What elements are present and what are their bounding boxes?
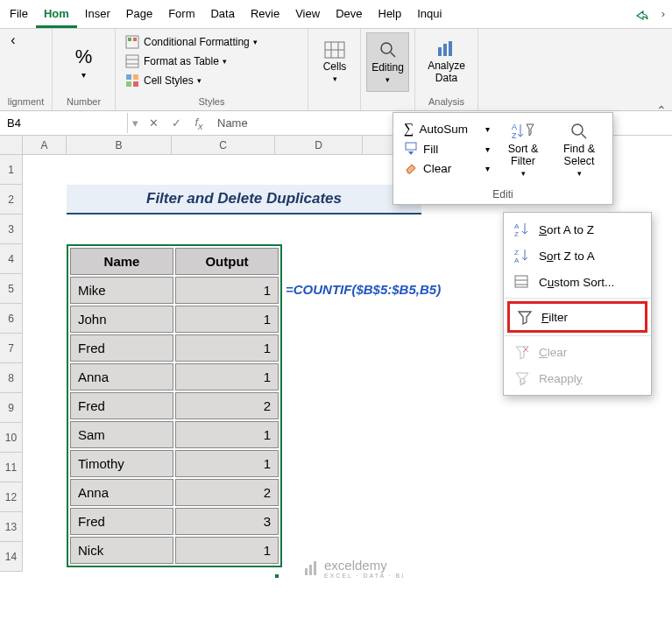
selection-handle[interactable] xyxy=(273,573,280,580)
tab-data[interactable]: Data xyxy=(202,4,242,28)
svg-text:Z: Z xyxy=(514,249,519,257)
name-box[interactable]: B4 xyxy=(0,113,128,133)
svg-rect-18 xyxy=(449,41,452,56)
table-row[interactable]: Fred3 xyxy=(70,508,279,535)
svg-rect-17 xyxy=(443,44,447,56)
menu-separator-2 xyxy=(504,335,651,336)
sort-za-label: Sort Z to A xyxy=(539,250,595,263)
number-format-button[interactable]: %▾ xyxy=(58,32,110,92)
svg-rect-3 xyxy=(126,55,138,67)
row-header-7[interactable]: 7 xyxy=(0,334,23,363)
tab-developer[interactable]: Deve xyxy=(328,4,370,28)
tab-page[interactable]: Page xyxy=(118,4,160,28)
ribbon-collapse-button[interactable]: ⌃ xyxy=(656,103,667,117)
row-header-2[interactable]: 2 xyxy=(0,185,23,215)
analyze-icon xyxy=(436,40,457,58)
col-header-A[interactable]: A xyxy=(23,136,67,155)
table-row[interactable]: Anna1 xyxy=(70,363,279,390)
row-header-14[interactable]: 14 xyxy=(0,542,23,572)
svg-rect-2 xyxy=(133,38,137,41)
table-row[interactable]: Timothy1 xyxy=(70,450,279,477)
custom-sort-label: Custom Sort... xyxy=(539,276,614,289)
group-label-styles: Styles xyxy=(121,96,302,109)
tab-home[interactable]: Hom xyxy=(36,4,77,28)
row-header-4[interactable]: 4 xyxy=(0,244,23,274)
table-row[interactable]: Fred1 xyxy=(70,334,279,362)
tab-file[interactable]: File xyxy=(2,4,36,28)
table-row[interactable]: Mike1 xyxy=(70,277,279,304)
find-select-button[interactable]: Find & Select▾ xyxy=(553,118,605,181)
name-box-dropdown[interactable]: ▾ xyxy=(128,116,142,130)
table-row[interactable]: Nick1 xyxy=(70,537,279,564)
svg-rect-21 xyxy=(314,561,316,575)
conditional-formatting-button[interactable]: Conditional Formatting▾ xyxy=(121,32,302,52)
analyze-data-button[interactable]: Analyze Data xyxy=(421,32,472,92)
table-row[interactable]: John1 xyxy=(70,306,279,333)
fx-button[interactable]: fx xyxy=(187,116,210,131)
sort-az-label: Sort A to Z xyxy=(539,223,594,236)
row-header-13[interactable]: 13 xyxy=(0,512,23,542)
sheet-title: Filter and Delete Duplicates xyxy=(67,185,421,215)
tab-review[interactable]: Revie xyxy=(243,4,287,28)
row-header-6[interactable]: 6 xyxy=(0,304,23,334)
row-header-12[interactable]: 12 xyxy=(0,482,23,512)
tab-view[interactable]: View xyxy=(287,4,328,28)
clear-filter-label: Clear xyxy=(539,346,567,359)
svg-text:Z: Z xyxy=(512,131,517,140)
formula-ghost: =COUNTIF($B$5:$B5,B5) xyxy=(286,282,441,297)
col-header-D[interactable]: D xyxy=(275,136,363,155)
share-button[interactable] xyxy=(628,4,656,28)
col-header-C[interactable]: C xyxy=(172,136,275,155)
tab-formulas[interactable]: Form xyxy=(160,4,202,28)
custom-sort-item[interactable]: Custom Sort... xyxy=(504,269,651,295)
table-row[interactable]: Sam1 xyxy=(70,421,279,448)
header-output[interactable]: Output xyxy=(175,248,279,275)
table-row[interactable]: Anna2 xyxy=(70,479,279,506)
table-row[interactable]: Fred2 xyxy=(70,392,279,419)
ribbon-overflow-button[interactable]: › xyxy=(656,4,670,28)
reapply-icon xyxy=(514,370,530,386)
svg-rect-6 xyxy=(126,74,131,80)
tab-insert[interactable]: Inser xyxy=(77,4,118,28)
row-header-9[interactable]: 9 xyxy=(0,393,23,423)
cancel-formula-button[interactable]: ✕ xyxy=(142,116,165,130)
svg-text:A: A xyxy=(514,222,520,230)
clear-button[interactable]: Clear ▾ xyxy=(400,158,493,178)
tab-inquire[interactable]: Inqui xyxy=(409,4,449,28)
custom-sort-icon xyxy=(514,274,530,290)
group-label-alignment: lignment xyxy=(5,96,46,109)
row-header-11[interactable]: 11 xyxy=(0,453,23,482)
sort-filter-button[interactable]: AZ Sort & Filter▾ xyxy=(497,118,549,181)
tab-help[interactable]: Help xyxy=(371,4,410,28)
cells-icon xyxy=(324,41,345,59)
cells-button[interactable]: Cells▾ xyxy=(314,32,356,92)
col-header-B[interactable]: B xyxy=(67,136,172,155)
svg-line-15 xyxy=(391,53,395,57)
group-analysis: Analyze Data Analysis xyxy=(415,29,478,110)
sort-za-item[interactable]: ZA Sort Z to A xyxy=(504,243,651,269)
share-icon xyxy=(635,9,649,23)
sigma-icon: ∑ xyxy=(404,121,414,137)
row-header-1[interactable]: 1 xyxy=(0,155,23,185)
fill-button[interactable]: Fill ▾ xyxy=(400,139,493,158)
row-header-3[interactable]: 3 xyxy=(0,215,23,244)
select-all-corner[interactable] xyxy=(0,136,23,155)
filter-item[interactable]: Filter xyxy=(517,306,638,327)
row-header-8[interactable]: 8 xyxy=(0,363,23,393)
editing-label: Editing xyxy=(371,61,404,74)
autosum-button[interactable]: ∑ AutoSum ▾ xyxy=(400,118,493,139)
clear-filter-item: Clear xyxy=(504,339,651,365)
group-cells: Cells▾ xyxy=(308,29,361,110)
format-as-table-button[interactable]: Format as Table▾ xyxy=(121,52,302,71)
clear-filter-icon xyxy=(514,344,530,360)
row-header-10[interactable]: 10 xyxy=(0,423,23,453)
cell-styles-button[interactable]: Cell Styles▾ xyxy=(121,71,302,90)
sortfilter-label: Sort & Filter xyxy=(508,143,539,167)
sort-az-item[interactable]: AZ Sort A to Z xyxy=(504,216,651,243)
row-header-5[interactable]: 5 xyxy=(0,274,23,304)
group-number: %▾ Number xyxy=(53,29,116,110)
svg-rect-7 xyxy=(133,74,138,80)
enter-formula-button[interactable]: ✓ xyxy=(165,116,187,130)
header-name[interactable]: Name xyxy=(70,248,173,275)
editing-button[interactable]: Editing▾ xyxy=(366,32,409,92)
